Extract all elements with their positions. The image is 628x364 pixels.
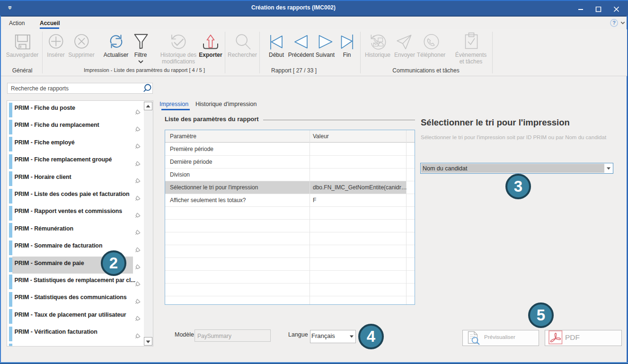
svg-text:?: ? xyxy=(612,20,616,26)
